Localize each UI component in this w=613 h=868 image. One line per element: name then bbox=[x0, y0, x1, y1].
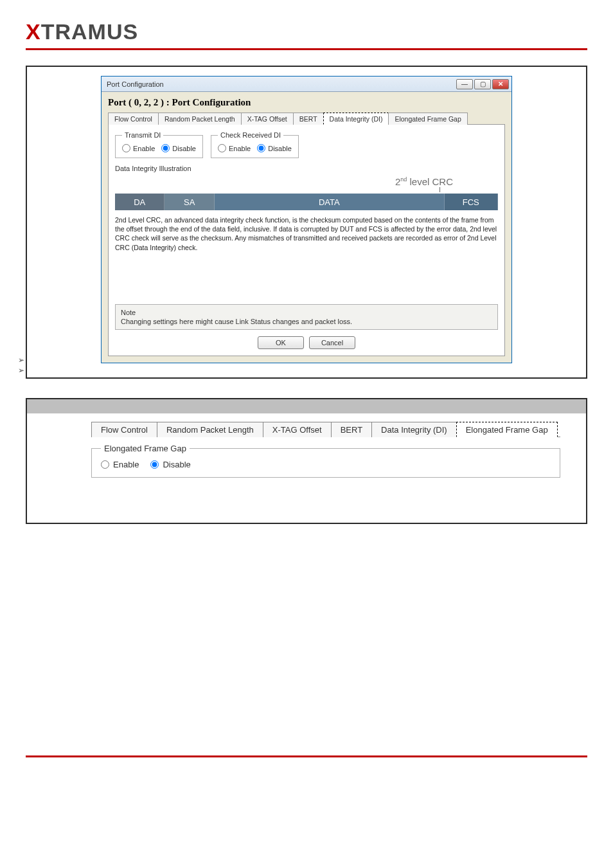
tab2-bert[interactable]: BERT bbox=[331, 422, 372, 437]
figure-elongated-frame-gap: Flow Control Random Packet Length X-TAG … bbox=[26, 398, 587, 524]
efg-enable-radio[interactable] bbox=[101, 460, 109, 469]
tab-random-packet-length[interactable]: Random Packet Length bbox=[158, 113, 242, 125]
segment-fcs: FCS bbox=[445, 194, 498, 210]
tab2-elongated-frame-gap[interactable]: Elongated Frame Gap bbox=[456, 422, 558, 437]
note-box: Note Changing settings here might cause … bbox=[115, 304, 498, 330]
tabbar: Flow Control Random Packet Length X-TAG … bbox=[108, 112, 505, 125]
bullet-markers: ➢ ➢ bbox=[18, 356, 24, 375]
maximize-button[interactable]: ▢ bbox=[474, 79, 491, 89]
transmit-disable-radio[interactable] bbox=[161, 144, 170, 152]
window-body: Port ( 0, 2, 2 ) : Port Configuration Fl… bbox=[102, 92, 511, 363]
cancel-button[interactable]: Cancel bbox=[309, 336, 355, 349]
window-titlebar: Port Configuration — ▢ ✕ bbox=[102, 77, 511, 92]
group-transmit-di: Transmit DI Enable Disable bbox=[115, 131, 203, 158]
illustration-explanation: 2nd Level CRC, an advanced data integrit… bbox=[115, 215, 498, 252]
brand-x: X bbox=[26, 19, 41, 44]
tab-bert[interactable]: BERT bbox=[293, 113, 324, 125]
crc-label: 2nd level CRC bbox=[115, 176, 498, 187]
tabbar-2: Flow Control Random Packet Length X-TAG … bbox=[91, 421, 560, 437]
footer-divider bbox=[26, 755, 587, 757]
note-heading: Note bbox=[121, 309, 492, 316]
segment-data: DATA bbox=[215, 194, 445, 210]
efg-enable-option[interactable]: Enable bbox=[101, 460, 139, 469]
check-enable-radio[interactable] bbox=[218, 144, 226, 152]
chevron-right-icon: ➢ bbox=[18, 366, 24, 375]
ok-button[interactable]: OK bbox=[258, 336, 304, 349]
tab2-flow-control[interactable]: Flow Control bbox=[91, 422, 157, 437]
window-title: Port Configuration bbox=[107, 80, 164, 88]
transmit-disable-option[interactable]: Disable bbox=[161, 144, 196, 152]
tabpage-data-integrity: Transmit DI Enable Disable bbox=[108, 125, 505, 356]
header-divider bbox=[26, 48, 587, 50]
group-check-received-di: Check Received DI Enable Disable bbox=[211, 131, 299, 158]
check-enable-option[interactable]: Enable bbox=[218, 144, 251, 152]
efg-disable-option[interactable]: Disable bbox=[150, 460, 190, 469]
close-button[interactable]: ✕ bbox=[492, 79, 509, 89]
group-efg-legend: Elongated Frame Gap bbox=[101, 444, 190, 453]
check-enable-label: Enable bbox=[229, 145, 251, 152]
segment-sa: SA bbox=[164, 194, 214, 210]
check-disable-option[interactable]: Disable bbox=[257, 144, 292, 152]
chevron-right-icon: ➢ bbox=[18, 356, 24, 365]
tab2-random-packet-length[interactable]: Random Packet Length bbox=[157, 422, 263, 437]
transmit-enable-radio[interactable] bbox=[122, 144, 130, 152]
figure-header-bar bbox=[27, 399, 586, 413]
transmit-enable-label: Enable bbox=[133, 145, 155, 152]
crc-pointer bbox=[115, 187, 498, 192]
dialog-buttons: OK Cancel bbox=[115, 336, 498, 349]
transmit-enable-option[interactable]: Enable bbox=[122, 144, 155, 152]
tab2-xtag-offset[interactable]: X-TAG Offset bbox=[263, 422, 332, 437]
note-text: Changing settings here might cause Link … bbox=[121, 318, 492, 325]
tab-data-integrity[interactable]: Data Integrity (DI) bbox=[323, 113, 389, 125]
efg-disable-radio[interactable] bbox=[150, 460, 159, 469]
segment-da: DA bbox=[115, 194, 164, 210]
illustration-legend: Data Integrity Illustration bbox=[115, 165, 498, 172]
check-disable-radio[interactable] bbox=[257, 144, 265, 152]
check-disable-label: Disable bbox=[268, 145, 292, 152]
page-title: Port ( 0, 2, 2 ) : Port Configuration bbox=[108, 97, 505, 108]
window-controls: — ▢ ✕ bbox=[456, 79, 509, 89]
group-check-legend: Check Received DI bbox=[218, 131, 283, 139]
tab-xtag-offset[interactable]: X-TAG Offset bbox=[241, 113, 294, 125]
tab-elongated-frame-gap[interactable]: Elongated Frame Gap bbox=[388, 113, 467, 125]
tab-flow-control[interactable]: Flow Control bbox=[108, 113, 159, 125]
efg-enable-label: Enable bbox=[113, 460, 139, 469]
transmit-disable-label: Disable bbox=[172, 145, 196, 152]
figure-port-config: Port Configuration — ▢ ✕ Port ( 0, 2, 2 … bbox=[26, 66, 587, 379]
group-transmit-di-legend: Transmit DI bbox=[122, 131, 163, 139]
group-illustration: Data Integrity Illustration 2nd level CR… bbox=[115, 163, 498, 252]
tab2-data-integrity[interactable]: Data Integrity (DI) bbox=[371, 422, 457, 437]
efg-disable-label: Disable bbox=[163, 460, 190, 469]
frame-diagram: DA SA DATA FCS bbox=[115, 194, 498, 210]
brand-logo: XTRAMUS bbox=[26, 19, 587, 44]
brand-rest: TRAMUS bbox=[41, 19, 138, 44]
group-elongated-frame-gap: Elongated Frame Gap Enable Disable bbox=[91, 444, 560, 478]
minimize-button[interactable]: — bbox=[456, 79, 473, 89]
port-config-window: Port Configuration — ▢ ✕ Port ( 0, 2, 2 … bbox=[101, 76, 512, 363]
